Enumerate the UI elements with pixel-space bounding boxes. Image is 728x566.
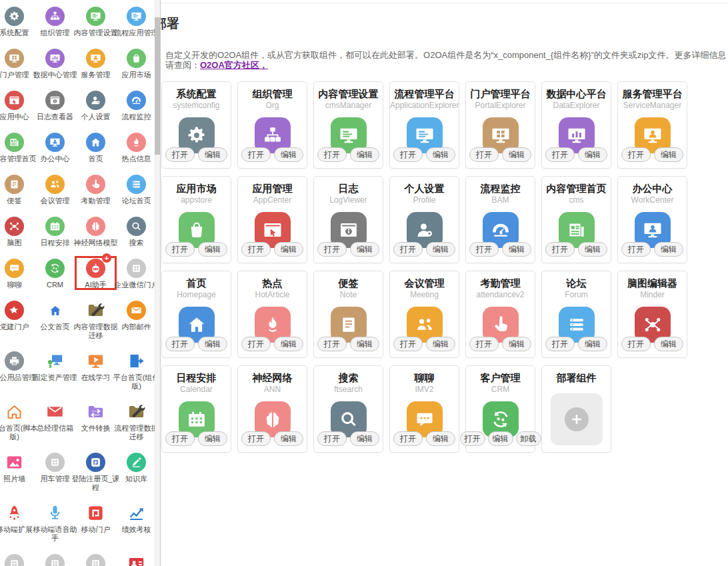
edit-button[interactable]: 编辑: [426, 147, 455, 162]
open-button[interactable]: 打开: [460, 431, 485, 446]
sidebar-item[interactable]: 神经网络模型: [75, 215, 116, 247]
edit-button[interactable]: 编辑: [274, 431, 303, 446]
edit-button[interactable]: 编辑: [426, 431, 455, 446]
sidebar-item[interactable]: 公文首页: [35, 299, 75, 340]
sidebar-item[interactable]: 办公中心: [35, 131, 75, 163]
sidebar-item[interactable]: 知识库: [116, 451, 157, 492]
edit-button[interactable]: 编辑: [654, 337, 683, 351]
edit-button[interactable]: 编辑: [578, 337, 607, 351]
sidebar-item[interactable]: 移动端语音助手: [35, 501, 75, 543]
open-button[interactable]: 打开: [165, 337, 195, 351]
sidebar-item[interactable]: 内容管理设置: [75, 5, 116, 37]
edit-button[interactable]: 编辑: [502, 147, 531, 162]
sidebar-item[interactable]: CRM: [35, 257, 75, 289]
open-button[interactable]: 打开: [165, 242, 195, 257]
edit-button[interactable]: 编辑: [198, 431, 227, 446]
sidebar-item[interactable]: 应用市场: [116, 47, 157, 79]
sidebar-item[interactable]: 登陆注册页_课程: [75, 451, 116, 492]
sidebar-item[interactable]: 搜索: [116, 215, 157, 247]
sidebar-item[interactable]: 自定义APP设置页: [35, 552, 75, 566]
edit-button[interactable]: 编辑: [274, 147, 303, 162]
sidebar-item[interactable]: 党建门户: [0, 299, 35, 340]
sidebar-item[interactable]: 平台首页(组件版): [116, 349, 157, 391]
edit-button[interactable]: 编辑: [502, 337, 531, 351]
edit-button[interactable]: 编辑: [274, 242, 303, 257]
deploy-component-button[interactable]: [551, 393, 603, 445]
open-button[interactable]: 打开: [241, 431, 271, 446]
open-button[interactable]: 打开: [165, 147, 195, 162]
open-button[interactable]: 打开: [241, 242, 271, 257]
open-button[interactable]: 打开: [317, 242, 347, 257]
sidebar-item[interactable]: 用车管理: [35, 451, 75, 492]
edit-button[interactable]: 编辑: [350, 147, 379, 162]
edit-button[interactable]: 编辑: [654, 147, 683, 162]
edit-button[interactable]: 编辑: [654, 242, 683, 257]
edit-button[interactable]: 编辑: [274, 337, 303, 351]
sidebar-item[interactable]: 移动门户: [75, 501, 116, 543]
sidebar-item[interactable]: 流程管理数据迁移: [116, 400, 157, 441]
edit-button[interactable]: 编辑: [198, 337, 227, 351]
sidebar-item[interactable]: 内部邮件: [116, 299, 157, 340]
sidebar-item[interactable]: 内容管理数据迁移: [75, 299, 116, 340]
sidebar-item[interactable]: 流程监控: [116, 89, 157, 121]
sidebar-item[interactable]: 考勤管理: [75, 173, 116, 205]
open-button[interactable]: 打开: [469, 242, 499, 257]
open-button[interactable]: 打开: [621, 147, 651, 162]
sidebar-item[interactable]: 绩效考核: [116, 501, 157, 543]
sidebar-item[interactable]: 个人设置: [75, 89, 116, 121]
open-button[interactable]: 打开: [393, 431, 423, 446]
community-link[interactable]: O2OA官方社区，: [200, 60, 268, 70]
sidebar-item[interactable]: 总经理信箱: [35, 400, 75, 441]
open-button[interactable]: 打开: [317, 431, 347, 446]
open-button[interactable]: 打开: [241, 147, 271, 162]
sidebar-item[interactable]: 热点信息: [116, 131, 157, 163]
open-button[interactable]: 打开: [545, 337, 575, 351]
open-button[interactable]: 打开: [545, 242, 575, 257]
open-button[interactable]: 打开: [393, 147, 423, 162]
sidebar-scrollbar[interactable]: [155, 0, 160, 566]
open-button[interactable]: 打开: [393, 242, 423, 257]
open-button[interactable]: 打开: [393, 337, 423, 351]
edit-button[interactable]: 编辑: [488, 431, 513, 446]
sidebar-item[interactable]: 首页: [75, 131, 116, 163]
edit-button[interactable]: 编辑: [502, 242, 531, 257]
open-button[interactable]: 打开: [317, 337, 347, 351]
edit-button[interactable]: 编辑: [426, 242, 455, 257]
edit-button[interactable]: 编辑: [350, 337, 379, 351]
open-button[interactable]: 打开: [469, 337, 499, 351]
edit-button[interactable]: 编辑: [350, 242, 379, 257]
edit-button[interactable]: 编辑: [578, 242, 607, 257]
sidebar-item[interactable]: 通讯录: [116, 552, 157, 566]
sidebar-item[interactable]: 日志查看器: [35, 89, 75, 121]
sidebar-item[interactable]: 企业微信门户: [116, 257, 157, 289]
sidebar-item[interactable]: 日程安排: [35, 215, 75, 247]
edit-button[interactable]: 编辑: [198, 242, 227, 257]
sidebar-item[interactable]: 会议管理: [35, 173, 75, 205]
uninstall-button[interactable]: 卸载: [516, 431, 541, 446]
sidebar-item[interactable]: 平台首页(脚本版): [0, 400, 35, 441]
open-button[interactable]: 打开: [621, 337, 651, 351]
sidebar-item[interactable]: 自定义APP通讯录页: [75, 552, 116, 566]
edit-button[interactable]: 编辑: [350, 431, 379, 446]
sidebar-item[interactable]: 固定资产管理: [35, 349, 75, 391]
open-button[interactable]: 打开: [317, 147, 347, 162]
open-button[interactable]: 打开: [545, 147, 575, 162]
open-button[interactable]: 打开: [165, 431, 195, 446]
sidebar-item[interactable]: 流程应用管理: [116, 5, 157, 37]
open-button[interactable]: 打开: [241, 337, 271, 351]
sidebar-item[interactable]: 组织管理: [35, 5, 75, 37]
sidebar-item[interactable]: 论坛首页: [116, 173, 157, 205]
sidebar-item[interactable]: +AI助手: [75, 257, 116, 289]
scrollbar-thumb[interactable]: [155, 17, 160, 155]
edit-button[interactable]: 编辑: [578, 147, 607, 162]
open-button[interactable]: 打开: [621, 242, 651, 257]
sidebar-item[interactable]: 文件转换: [75, 400, 116, 441]
sidebar-item[interactable]: 照片墙: [0, 451, 35, 492]
sidebar-item[interactable]: 服务管理: [75, 47, 116, 79]
edit-button[interactable]: 编辑: [198, 147, 227, 162]
sidebar-item[interactable]: 数据中心管理: [35, 47, 75, 79]
sidebar-item[interactable]: 办公用品管理: [0, 349, 35, 391]
open-button[interactable]: 打开: [469, 147, 499, 162]
sidebar-item[interactable]: 在线学习: [75, 349, 116, 391]
edit-button[interactable]: 编辑: [426, 337, 455, 351]
